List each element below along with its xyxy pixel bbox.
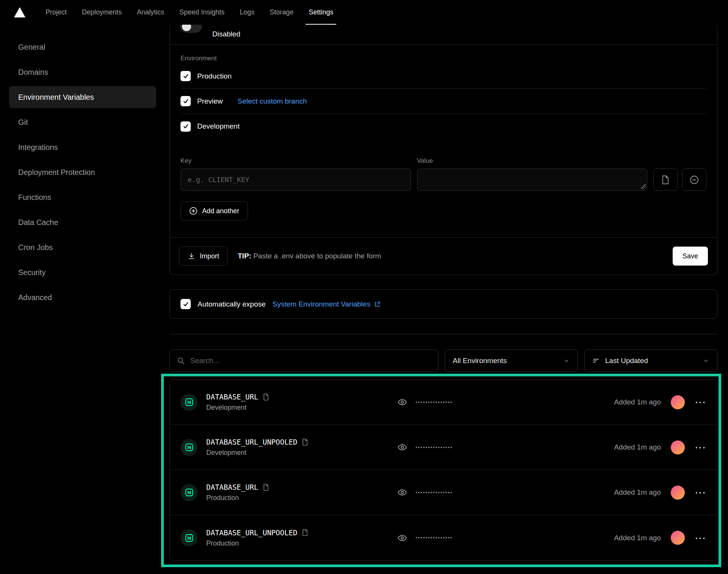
resize-handle[interactable] xyxy=(641,184,646,189)
sidebar-item[interactable]: Git xyxy=(9,111,156,133)
variable-meta-block: Added 1m ago ⋯ xyxy=(614,531,706,545)
sidebar-item[interactable]: Domains xyxy=(9,61,156,83)
paste-env-button[interactable] xyxy=(653,168,678,191)
external-link-icon xyxy=(374,301,381,308)
note-icon[interactable] xyxy=(263,393,269,401)
environment-filter-value: All Environments xyxy=(453,357,507,365)
avatar xyxy=(671,486,685,500)
filter-row: All Environments Last Updated xyxy=(169,349,717,372)
nav-tab[interactable]: Settings xyxy=(301,0,341,25)
nav-tab[interactable]: Deployments xyxy=(74,0,129,25)
neon-logo-icon xyxy=(180,394,198,411)
key-label: Key xyxy=(180,157,411,165)
row-menu-button[interactable]: ⋯ xyxy=(695,396,706,408)
nav-tab-label: Analytics xyxy=(137,8,164,16)
variable-text-block: DATABASE_URL_UNPOOLED Production xyxy=(206,528,308,547)
eye-icon[interactable] xyxy=(397,397,407,407)
select-custom-branch-link[interactable]: Select custom branch xyxy=(238,97,307,105)
sidebar-item[interactable]: Security xyxy=(9,261,156,283)
sort-icon xyxy=(592,357,600,365)
nav-tab-label: Storage xyxy=(270,8,293,16)
row-menu-button[interactable]: ⋯ xyxy=(695,532,706,544)
add-another-label: Add another xyxy=(202,207,239,215)
variable-environment: Production xyxy=(206,494,269,502)
value-label: Value xyxy=(417,157,648,165)
remove-row-button[interactable] xyxy=(682,168,706,191)
avatar xyxy=(671,395,685,409)
variable-value-block: ••••••••••••••• xyxy=(397,533,453,543)
sidebar-item[interactable]: Deployment Protection xyxy=(9,161,156,183)
env-variables-list: DATABASE_URL Development •••••••••••••••… xyxy=(169,379,717,561)
nav-tab[interactable]: Logs xyxy=(232,0,262,25)
note-icon[interactable] xyxy=(263,484,269,491)
variable-value-block: ••••••••••••••• xyxy=(397,488,453,497)
nav-tab[interactable]: Project xyxy=(38,0,74,25)
environment-filter-dropdown[interactable]: All Environments xyxy=(445,349,578,372)
neon-logo-icon xyxy=(180,529,198,546)
note-icon[interactable] xyxy=(302,439,308,446)
settings-sidebar: General Domains Environment Variables Gi… xyxy=(0,25,165,323)
env-variable-row: DATABASE_URL_UNPOOLED Development ••••••… xyxy=(170,425,717,470)
nav-tab-label: Project xyxy=(46,8,67,16)
checkbox-checked[interactable] xyxy=(180,121,191,132)
key-input[interactable] xyxy=(180,168,411,191)
row-menu-button[interactable]: ⋯ xyxy=(695,442,706,453)
avatar xyxy=(671,440,685,454)
environment-section-label: Environment xyxy=(180,55,706,62)
environment-option-label: Preview xyxy=(197,97,223,105)
eye-icon[interactable] xyxy=(397,442,407,452)
search-icon xyxy=(177,357,185,365)
sidebar-item[interactable]: Environment Variables xyxy=(9,86,156,108)
main-content: Disabled Environment ProductionPreviewSe… xyxy=(169,25,717,561)
masked-value: ••••••••••••••• xyxy=(416,445,453,450)
nav-tab[interactable]: Speed Insights xyxy=(172,0,232,25)
variable-name: DATABASE_URL_UNPOOLED xyxy=(206,438,297,446)
sidebar-item[interactable]: Functions xyxy=(9,186,156,208)
sidebar-item[interactable]: General xyxy=(9,36,156,58)
import-button[interactable]: Import xyxy=(179,247,228,266)
eye-icon[interactable] xyxy=(397,533,407,543)
environment-checkbox-row[interactable]: Development xyxy=(180,114,706,139)
section-divider xyxy=(169,334,717,334)
plus-circle-icon xyxy=(189,207,198,215)
system-env-variables-link[interactable]: System Environment Variables xyxy=(273,300,381,308)
environment-section: Environment ProductionPreviewSelect cust… xyxy=(170,45,717,139)
added-time: Added 1m ago xyxy=(614,398,661,406)
vercel-logo-icon[interactable] xyxy=(11,0,28,25)
sidebar-item[interactable]: Data Cache xyxy=(9,211,156,233)
chevron-down-icon xyxy=(703,357,709,364)
checkbox-checked[interactable] xyxy=(180,96,191,106)
environment-option-label: Development xyxy=(197,122,240,131)
search-input[interactable] xyxy=(190,357,431,365)
variable-text-block: DATABASE_URL Development xyxy=(206,393,269,412)
added-time: Added 1m ago xyxy=(614,534,661,542)
expose-checkbox[interactable] xyxy=(180,299,191,309)
variable-environment: Production xyxy=(206,539,308,547)
import-label: Import xyxy=(200,252,219,260)
note-icon[interactable] xyxy=(302,529,308,536)
nav-tab[interactable]: Storage xyxy=(262,0,301,25)
disabled-toggle[interactable] xyxy=(180,25,202,33)
add-another-button[interactable]: Add another xyxy=(180,201,248,220)
sidebar-item[interactable]: Advanced xyxy=(9,286,156,308)
sidebar-item[interactable]: Integrations xyxy=(9,136,156,158)
variable-meta-block: Added 1m ago ⋯ xyxy=(614,486,706,500)
save-button[interactable]: Save xyxy=(673,247,708,266)
document-icon xyxy=(661,175,670,184)
nav-tab[interactable]: Analytics xyxy=(129,0,172,25)
checkbox-checked[interactable] xyxy=(180,71,191,81)
sidebar-item[interactable]: Cron Jobs xyxy=(9,236,156,258)
sort-dropdown[interactable]: Last Updated xyxy=(584,349,717,372)
row-menu-button[interactable]: ⋯ xyxy=(695,487,706,498)
value-input[interactable] xyxy=(417,168,648,191)
environment-checkbox-row[interactable]: Production xyxy=(180,64,706,89)
tip-label: TIP: xyxy=(238,252,251,260)
search-box[interactable] xyxy=(169,349,438,372)
eye-icon[interactable] xyxy=(397,488,407,497)
sidebar-item-label: Environment Variables xyxy=(18,93,94,102)
nav-tab-label: Logs xyxy=(240,8,254,16)
expose-system-env-panel: Automatically expose System Environment … xyxy=(169,289,717,319)
variable-meta-block: Added 1m ago ⋯ xyxy=(614,440,706,454)
environment-checkbox-row[interactable]: PreviewSelect custom branch xyxy=(180,89,706,114)
added-time: Added 1m ago xyxy=(614,488,661,497)
